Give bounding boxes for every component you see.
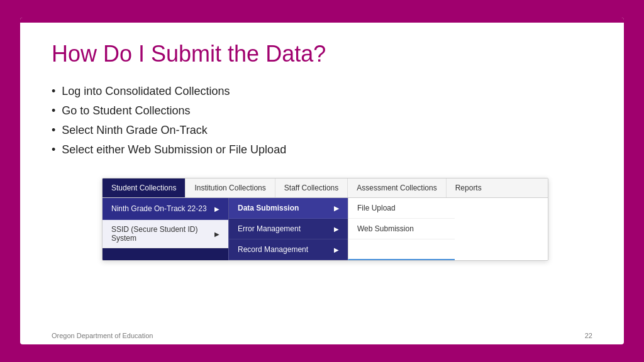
left-menu: Ninth Grade On-Track 22-23▶SSID (Secure … xyxy=(103,198,228,260)
middle-menu-item-0[interactable]: Data Submission▶ xyxy=(229,198,348,219)
slide-content: How Do I Submit the Data? Log into Conso… xyxy=(20,23,624,329)
bullet-item-3: Select either Web Submission or File Upl… xyxy=(52,143,592,156)
right-menu-item-0[interactable]: File Upload xyxy=(348,198,455,219)
slide-footer: Oregon Department of Education 22 xyxy=(20,329,624,344)
slide-title: How Do I Submit the Data? xyxy=(52,40,592,67)
footer-org: Oregon Department of Education xyxy=(52,332,153,339)
bullet-list: Log into Consolidated CollectionsGo to S… xyxy=(52,85,592,163)
bullet-item-0: Log into Consolidated Collections xyxy=(52,85,592,98)
dropdown-area: Ninth Grade On-Track 22-23▶SSID (Secure … xyxy=(103,198,548,260)
nav-item-2[interactable]: Staff Collections xyxy=(275,178,348,197)
right-menu-item-1[interactable]: Web Submission xyxy=(348,219,455,239)
nav-item-1[interactable]: Institution Collections xyxy=(186,178,275,197)
nav-item-4[interactable]: Reports xyxy=(447,178,491,197)
footer-page-number: 22 xyxy=(585,332,592,339)
top-bar xyxy=(20,18,624,23)
left-menu-item-1[interactable]: SSID (Secure Student ID) System▶ xyxy=(103,220,228,248)
bullet-item-1: Go to Student Collections xyxy=(52,104,592,118)
nav-bar: Student CollectionsInstitution Collectio… xyxy=(103,178,548,198)
middle-menu-item-2[interactable]: Record Management▶ xyxy=(229,239,348,260)
middle-menu-item-1[interactable]: Error Management▶ xyxy=(229,219,348,239)
right-menu: File UploadWeb Submission xyxy=(348,198,455,260)
left-menu-item-0[interactable]: Ninth Grade On-Track 22-23▶ xyxy=(103,198,228,220)
middle-menu: Data Submission▶Error Management▶Record … xyxy=(228,198,348,260)
slide: How Do I Submit the Data? Log into Conso… xyxy=(20,18,624,344)
nav-item-3[interactable]: Assessment Collections xyxy=(348,178,446,197)
screenshot-container: Student CollectionsInstitution Collectio… xyxy=(102,178,548,261)
nav-item-0[interactable]: Student Collections xyxy=(103,178,186,197)
bullet-item-2: Select Ninth Grade On-Track xyxy=(52,124,592,137)
